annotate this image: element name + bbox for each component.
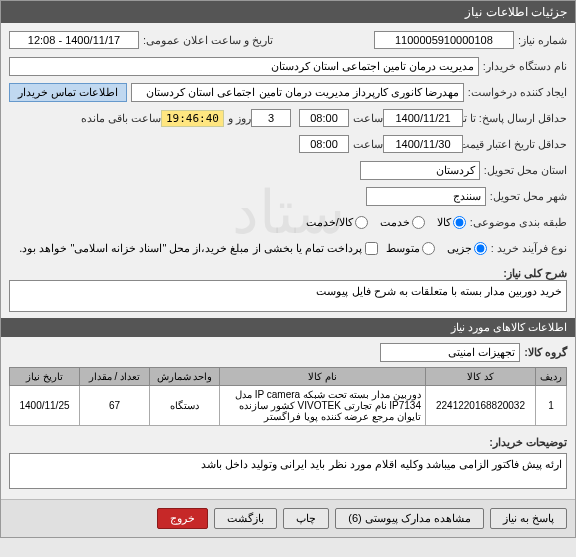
- items-table: ردیف کد کالا نام کالا واحد شمارش تعداد /…: [9, 367, 567, 426]
- contact-buyer-button[interactable]: اطلاعات تماس خریدار: [9, 83, 127, 102]
- col-row: ردیف: [536, 368, 567, 386]
- radio-both-input[interactable]: [355, 216, 368, 229]
- col-unit: واحد شمارش: [150, 368, 220, 386]
- print-button[interactable]: چاپ: [283, 508, 329, 529]
- cell-date: 1400/11/25: [10, 386, 80, 426]
- province-label: استان محل تحویل:: [484, 164, 567, 177]
- reply-button[interactable]: پاسخ به نیاز: [490, 508, 567, 529]
- process-label: نوع فرآیند خرید :: [491, 242, 567, 255]
- footer-buttons: پاسخ به نیاز مشاهده مدارک پیوستی (6) چاپ…: [1, 499, 575, 537]
- deadline-time-field: 08:00: [299, 109, 349, 127]
- validity-label: حداقل تاریخ اعتبار قیمت: تا تاریخ:: [467, 138, 567, 151]
- classify-label: طبقه بندی موضوعی:: [470, 216, 567, 229]
- province-field: کردستان: [360, 161, 480, 180]
- radio-low-input[interactable]: [474, 242, 487, 255]
- time-label-2: ساعت: [353, 138, 383, 151]
- cell-idx: 1: [536, 386, 567, 426]
- col-name: نام کالا: [220, 368, 426, 386]
- announce-field: 1400/11/17 - 12:08: [9, 31, 139, 49]
- remaining-label: ساعت باقی مانده: [81, 112, 161, 125]
- buyer-label: نام دستگاه خریدار:: [483, 60, 567, 73]
- need-number-label: شماره نیاز:: [518, 34, 567, 47]
- radio-service-input[interactable]: [412, 216, 425, 229]
- requester-label: ایجاد کننده درخواست:: [468, 86, 567, 99]
- table-row: 1 2241220168820032 دوربین مدار بسته تحت …: [10, 386, 567, 426]
- col-date: تاریخ نیاز: [10, 368, 80, 386]
- cell-unit: دستگاه: [150, 386, 220, 426]
- announce-label: تاریخ و ساعت اعلان عمومی:: [143, 34, 273, 47]
- need-number-field: 1100005910000108: [374, 31, 514, 49]
- payment-checkbox-input[interactable]: [365, 242, 378, 255]
- group-field: تجهیزات امنیتی: [380, 343, 520, 362]
- desc-label: شرح کلی نیاز:: [503, 267, 567, 280]
- days-left-field: 3: [251, 109, 291, 127]
- cell-code: 2241220168820032: [426, 386, 536, 426]
- items-section-title: اطلاعات کالاهای مورد نیاز: [1, 318, 575, 337]
- requester-field: مهدرضا کانوری کارپرداز مدیریت درمان تامی…: [131, 83, 464, 102]
- cell-name: دوربین مدار بسته تحت شبکه IP camera مدل …: [220, 386, 426, 426]
- desc-text: خرید دوربین مدار بسته با متعلقات به شرح …: [9, 280, 567, 312]
- payment-checkbox[interactable]: پرداخت تمام یا بخشی از مبلغ خرید،از محل …: [19, 242, 378, 255]
- city-field: سنندج: [366, 187, 486, 206]
- radio-service[interactable]: خدمت: [380, 216, 425, 229]
- deadline-date-field: 1400/11/21: [383, 109, 463, 127]
- attachments-button[interactable]: مشاهده مدارک پیوستی (6): [335, 508, 484, 529]
- countdown-timer: 19:46:40: [161, 110, 224, 127]
- classify-radio-group: کالا خدمت کالا/خدمت: [306, 216, 466, 229]
- deadline-label: حداقل ارسال پاسخ: تا تاریخ:: [467, 112, 567, 125]
- notes-text: ارئه پیش فاکتور الزامی میباشد وکلیه اقلا…: [9, 453, 567, 489]
- days-unit-label: روز و: [228, 112, 251, 125]
- payment-note: پرداخت تمام یا بخشی از مبلغ خرید،از محل …: [19, 242, 362, 255]
- col-code: کد کالا: [426, 368, 536, 386]
- buyer-field: مدیریت درمان تامین اجتماعی استان کردستان: [9, 57, 479, 76]
- exit-button[interactable]: خروج: [157, 508, 208, 529]
- cell-qty: 67: [80, 386, 150, 426]
- city-label: شهر محل تحویل:: [490, 190, 567, 203]
- notes-label: توضیحات خریدار:: [489, 432, 567, 449]
- table-header-row: ردیف کد کالا نام کالا واحد شمارش تعداد /…: [10, 368, 567, 386]
- content-area: ستاد شماره نیاز: 1100005910000108 تاریخ …: [1, 23, 575, 499]
- validity-time-field: 08:00: [299, 135, 349, 153]
- window-title: جزئیات اطلاعات نیاز: [1, 1, 575, 23]
- radio-goods-input[interactable]: [453, 216, 466, 229]
- radio-goods[interactable]: کالا: [437, 216, 466, 229]
- group-label: گروه کالا:: [524, 346, 567, 359]
- window: جزئیات اطلاعات نیاز ستاد شماره نیاز: 110…: [0, 0, 576, 538]
- radio-mid[interactable]: متوسط: [386, 242, 435, 255]
- validity-date-field: 1400/11/30: [383, 135, 463, 153]
- radio-low[interactable]: جزیی: [447, 242, 487, 255]
- col-qty: تعداد / مقدار: [80, 368, 150, 386]
- radio-mid-input[interactable]: [422, 242, 435, 255]
- back-button[interactable]: بازگشت: [214, 508, 277, 529]
- time-label-1: ساعت: [353, 112, 383, 125]
- radio-both[interactable]: کالا/خدمت: [306, 216, 368, 229]
- process-radio-group: جزیی متوسط: [386, 242, 487, 255]
